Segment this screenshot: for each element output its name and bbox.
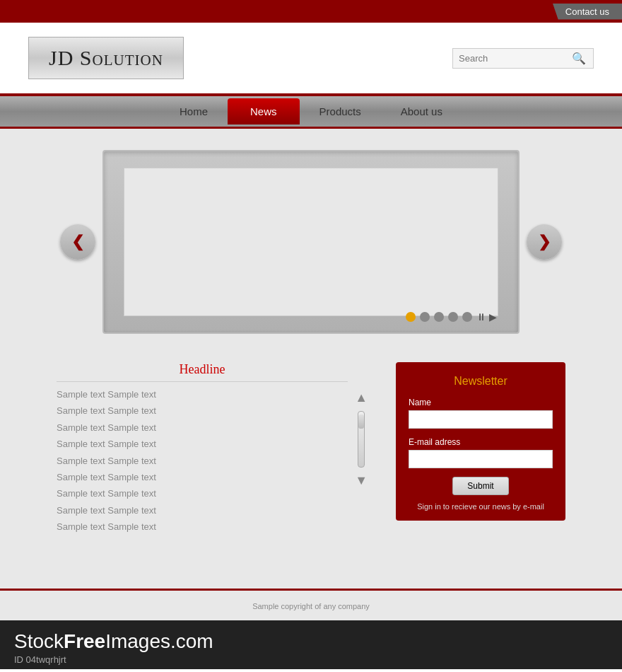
slider-next-button[interactable]: ❯	[527, 224, 562, 260]
logo-text: JD Solution	[49, 46, 163, 70]
nav-item-home[interactable]: Home	[160, 98, 228, 124]
nav-item-news[interactable]: News	[228, 98, 300, 124]
slider-dots: ⏸ ▶	[406, 311, 497, 323]
slider-pause-button[interactable]: ⏸	[476, 311, 486, 323]
header: JD Solution 🔍	[0, 23, 622, 96]
headline: Headline	[57, 362, 348, 382]
sample-line: Sample text Sample text	[57, 419, 348, 436]
logo-box: JD Solution	[28, 37, 184, 79]
slider-dot-5[interactable]	[462, 312, 472, 322]
sample-line: Sample text Sample text	[57, 453, 348, 469]
newsletter-submit-button[interactable]: Submit	[452, 477, 508, 495]
logo-label: JD Solution	[49, 46, 163, 69]
newsletter-title: Newsletter	[409, 375, 553, 388]
sample-line: Sample text Sample text	[57, 436, 348, 452]
search-bar: 🔍	[452, 48, 594, 69]
newsletter-name-label: Name	[409, 398, 553, 407]
nav-item-about[interactable]: About us	[381, 98, 462, 124]
sample-text: Sample text Sample textSample text Sampl…	[57, 386, 348, 535]
newsletter-note: Sign in to recieve our news by e-mail	[409, 502, 553, 511]
watermark-text: StockFreeImages.com	[14, 630, 608, 653]
search-input[interactable]	[459, 53, 572, 64]
slider-container: ⏸ ▶	[102, 150, 520, 334]
scroll-up-arrow[interactable]: ▲	[355, 390, 368, 405]
watermark-free: Free	[64, 630, 105, 652]
scroll-thumb	[358, 411, 365, 468]
left-content: Headline Sample text Sample textSample t…	[57, 362, 368, 535]
watermark-bar: StockFreeImages.com ID 04twqrhjrt	[0, 620, 622, 669]
top-bar: Contact us	[0, 0, 622, 23]
newsletter-email-input[interactable]	[409, 450, 553, 468]
nav-bar: Home News Products About us	[0, 96, 622, 129]
sample-line: Sample text Sample text	[57, 502, 348, 519]
sample-line: Sample text Sample text	[57, 519, 348, 535]
newsletter-box: Newsletter Name E-mail adress Submit Sig…	[396, 362, 565, 521]
slider-dot-1[interactable]	[406, 312, 416, 322]
newsletter-name-input[interactable]	[409, 410, 553, 429]
footer: Sample copyright of any company	[0, 589, 622, 620]
nav-item-products[interactable]: Products	[300, 98, 381, 124]
slider-controls: ⏸ ▶	[476, 311, 497, 323]
watermark-stock: Stock	[14, 630, 64, 652]
main-content: ❮ ⏸ ▶ ❯ Headline Sample text Sample tex	[0, 129, 622, 589]
slider-dot-3[interactable]	[434, 312, 444, 322]
slider-dot-2[interactable]	[420, 312, 430, 322]
contact-us-button[interactable]: Contact us	[553, 4, 622, 20]
sample-line: Sample text Sample text	[57, 386, 348, 402]
slider-play-button[interactable]: ▶	[489, 311, 497, 323]
search-icon[interactable]: 🔍	[572, 52, 586, 65]
slider-wrapper: ❮ ⏸ ▶ ❯	[57, 150, 565, 334]
slider-dot-4[interactable]	[448, 312, 458, 322]
footer-copyright: Sample copyright of any company	[252, 602, 370, 610]
sample-line: Sample text Sample text	[57, 402, 348, 419]
newsletter-email-label: E-mail adress	[409, 437, 553, 447]
text-content: Headline Sample text Sample textSample t…	[57, 362, 348, 535]
sample-line: Sample text Sample text	[57, 469, 348, 485]
watermark-images: Images.com	[105, 630, 213, 652]
scroll-down-arrow[interactable]: ▼	[355, 473, 368, 488]
scroll-handle[interactable]	[358, 415, 364, 429]
slider-inner	[124, 168, 498, 316]
slider-prev-button[interactable]: ❮	[60, 224, 95, 260]
scroll-track: ▲ ▼	[355, 362, 368, 535]
sample-line: Sample text Sample text	[57, 485, 348, 502]
watermark-id: ID 04twqrhjrt	[14, 654, 608, 665]
content-row: Headline Sample text Sample textSample t…	[57, 362, 565, 535]
